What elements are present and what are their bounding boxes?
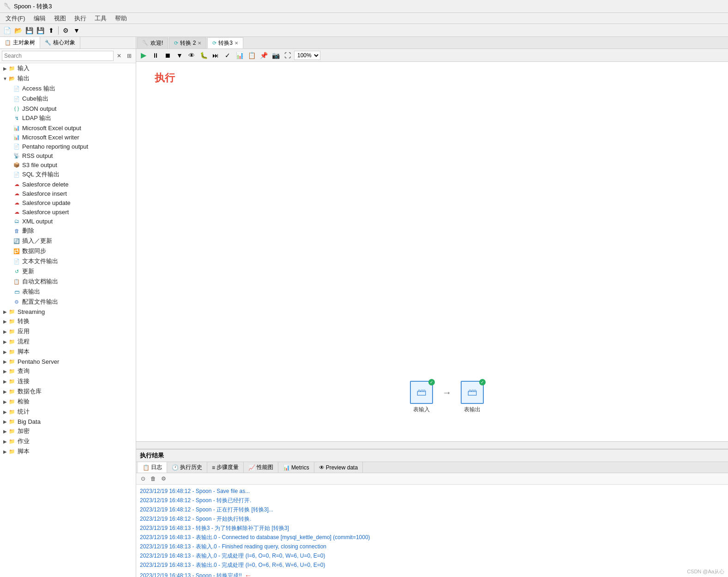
log-delete-btn[interactable]: 🗑 bbox=[149, 475, 157, 483]
preview-button[interactable]: 👁 bbox=[186, 50, 197, 60]
settings-button[interactable]: ⚙ bbox=[60, 25, 71, 36]
down-button[interactable]: ▼ bbox=[72, 25, 82, 36]
run-button[interactable]: ▶ bbox=[138, 50, 149, 60]
tree-item-app[interactable]: ▶ 📁 应用 bbox=[0, 326, 136, 337]
tree-container[interactable]: ▶ 📁 输入 ▼ 📂 输出 📄 Access 输出 📄 Cube输出 { } bbox=[0, 63, 136, 577]
debug-button[interactable]: 🐛 bbox=[198, 50, 209, 60]
list-item[interactable]: 🗃 表输出 bbox=[0, 287, 136, 297]
list-item[interactable]: 📄 SQL 文件输出 bbox=[0, 169, 136, 180]
list-item[interactable]: ☁ Salesforce upsert bbox=[0, 207, 136, 216]
node-table-output[interactable]: 🗃 ✓ 表输出 bbox=[461, 381, 484, 414]
tree-item-bigdata[interactable]: ▶ 📁 Big Data bbox=[0, 417, 136, 426]
tree-item-encrypt[interactable]: ▶ 📁 加密 bbox=[0, 426, 136, 436]
tab-transform3[interactable]: ⟳ 转换3 ✕ bbox=[207, 37, 243, 48]
stop-button[interactable]: ⏹ bbox=[162, 50, 173, 60]
menu-view[interactable]: 视图 bbox=[50, 13, 70, 24]
list-item[interactable]: ⚙ 配置文件输出 bbox=[0, 297, 136, 307]
search-input[interactable] bbox=[2, 51, 114, 61]
tree-item-validate[interactable]: ▶ 📁 检验 bbox=[0, 397, 136, 407]
table-output-icon: 🗃 bbox=[467, 386, 477, 398]
tab-close-transform3[interactable]: ✕ bbox=[235, 41, 238, 46]
tab-main-tree[interactable]: 📋 主对象树 bbox=[0, 37, 40, 48]
open-button[interactable]: 📂 bbox=[13, 25, 23, 36]
list-item[interactable]: 📄 Access 输出 bbox=[0, 84, 136, 94]
list-item[interactable]: ↺ 更新 bbox=[0, 266, 136, 276]
list-item[interactable]: 📋 自动文档输出 bbox=[0, 276, 136, 287]
horizontal-scrollbar[interactable] bbox=[136, 441, 728, 449]
tree-item-query[interactable]: ▶ 📁 查询 bbox=[0, 366, 136, 376]
tree-item-job[interactable]: ▶ 📁 作业 bbox=[0, 436, 136, 446]
tree-item-input[interactable]: ▶ 📁 输入 bbox=[0, 63, 136, 73]
list-item[interactable]: 📊 Microsoft Excel writer bbox=[0, 132, 136, 142]
list-item[interactable]: 📄 文本文件输出 bbox=[0, 256, 136, 266]
tree-item-dw[interactable]: ▶ 📁 数据仓库 bbox=[0, 386, 136, 397]
tree-item-script[interactable]: ▶ 📁 脚本 bbox=[0, 347, 136, 357]
menu-execute[interactable]: 执行 bbox=[71, 13, 90, 24]
search-expand-icon[interactable]: ⊞ bbox=[125, 51, 134, 60]
tree-item-stats[interactable]: ▶ 📁 统计 bbox=[0, 407, 136, 417]
list-item[interactable]: ☁ Salesforce delete bbox=[0, 180, 136, 189]
export-button[interactable]: ⬆ bbox=[46, 25, 56, 36]
tree-item-script2[interactable]: ▶ 📁 脚本 bbox=[0, 446, 136, 457]
expand-button[interactable]: ⛶ bbox=[282, 50, 293, 60]
snapshot-button[interactable]: 📷 bbox=[270, 50, 281, 60]
list-item[interactable]: 📊 Microsoft Excel output bbox=[0, 123, 136, 132]
list-item[interactable]: 📄 Cube输出 bbox=[0, 94, 136, 104]
save-button[interactable]: 💾 bbox=[24, 25, 34, 36]
folder-icon-process: 📁 bbox=[8, 338, 16, 345]
results-tab-preview[interactable]: 👁 Preview data bbox=[314, 462, 363, 473]
step-button[interactable]: ⏭ bbox=[210, 50, 221, 60]
check-button[interactable]: ✓ bbox=[222, 50, 233, 60]
tab-welcome[interactable]: 🥄 欢迎! bbox=[137, 37, 168, 48]
list-item[interactable]: 🗂 XML output bbox=[0, 216, 136, 226]
file-icon: 📄 bbox=[13, 258, 20, 265]
node-box-table-input[interactable]: 🗃 ✓ bbox=[410, 381, 433, 404]
menu-help[interactable]: 帮助 bbox=[111, 13, 131, 24]
list-item[interactable]: { } JSON output bbox=[0, 104, 136, 113]
list-item[interactable]: ↯ LDAP 输出 bbox=[0, 113, 136, 123]
node-table-input[interactable]: 🗃 ✓ 表输入 bbox=[410, 381, 433, 414]
save-as-button[interactable]: 💾 bbox=[35, 25, 45, 36]
list-item[interactable]: 📡 RSS output bbox=[0, 151, 136, 160]
analyze-button[interactable]: 📊 bbox=[234, 50, 245, 60]
tree-item-process[interactable]: ▶ 📁 流程 bbox=[0, 337, 136, 347]
log-settings-btn[interactable]: ⚙ bbox=[159, 475, 168, 483]
list-item[interactable]: 📄 Pentaho reporting output bbox=[0, 142, 136, 151]
list-item[interactable]: ☁ Salesforce insert bbox=[0, 189, 136, 198]
exec-toolbar: ▶ ⏸ ⏹ ▼ 👁 🐛 ⏭ ✓ 📊 📋 📌 📷 ⛶ 100% 75% 50% 1… bbox=[136, 49, 728, 62]
canvas-area[interactable]: 执行 🗃 ✓ 表输入 → 🗃 ✓ bbox=[136, 62, 728, 441]
tree-item-output[interactable]: ▼ 📂 输出 bbox=[0, 73, 136, 84]
zoom-select[interactable]: 100% 75% 50% 150% bbox=[294, 51, 320, 60]
results-tab-log[interactable]: 📋 日志 bbox=[138, 462, 167, 473]
list-item[interactable]: 📦 S3 file output bbox=[0, 160, 136, 169]
tab-core-objects[interactable]: 🔧 核心对象 bbox=[40, 37, 80, 48]
arrow-job: ▶ bbox=[2, 439, 8, 444]
tree-item-connect[interactable]: ▶ 📁 连接 bbox=[0, 376, 136, 386]
list-item[interactable]: 🔁 数据同步 bbox=[0, 246, 136, 256]
results-tab-history[interactable]: 🕐 执行历史 bbox=[167, 462, 207, 473]
dropdown-btn[interactable]: ▼ bbox=[174, 50, 185, 60]
menu-file[interactable]: 文件(F) bbox=[2, 13, 29, 24]
transform3-icon: ⟳ bbox=[212, 40, 217, 46]
tab-transform2[interactable]: ⟳ 转换 2 ✕ bbox=[169, 37, 206, 48]
list-item[interactable]: ☁ Salesforce update bbox=[0, 198, 136, 207]
menu-edit[interactable]: 编辑 bbox=[30, 13, 49, 24]
tree-item-transform[interactable]: ▶ 📁 转换 bbox=[0, 316, 136, 326]
copy-button[interactable]: 📋 bbox=[246, 50, 257, 60]
list-item[interactable]: 🗑 删除 bbox=[0, 226, 136, 236]
tree-item-pentaho[interactable]: ▶ 📁 Pentaho Server bbox=[0, 357, 136, 366]
tab-close-transform2[interactable]: ✕ bbox=[198, 41, 201, 46]
results-tab-metrics[interactable]: 📊 Metrics bbox=[278, 462, 314, 473]
results-tab-perf[interactable]: 📈 性能图 bbox=[244, 462, 278, 473]
log-clear-btn[interactable]: ⊙ bbox=[139, 475, 147, 483]
tree-item-streaming[interactable]: ▶ 📁 Streaming bbox=[0, 307, 136, 316]
list-item[interactable]: 🔄 插入／更新 bbox=[0, 236, 136, 246]
pause-button[interactable]: ⏸ bbox=[150, 50, 161, 60]
node-box-table-output[interactable]: 🗃 ✓ bbox=[461, 381, 484, 404]
new-button[interactable]: 📄 bbox=[2, 25, 12, 36]
menu-tools[interactable]: 工具 bbox=[91, 13, 110, 24]
results-tab-steps[interactable]: ≡ 步骤度量 bbox=[207, 462, 244, 473]
folder-icon-validate: 📁 bbox=[8, 398, 16, 405]
search-clear-icon[interactable]: ✕ bbox=[114, 51, 124, 60]
paste-button[interactable]: 📌 bbox=[258, 50, 269, 60]
